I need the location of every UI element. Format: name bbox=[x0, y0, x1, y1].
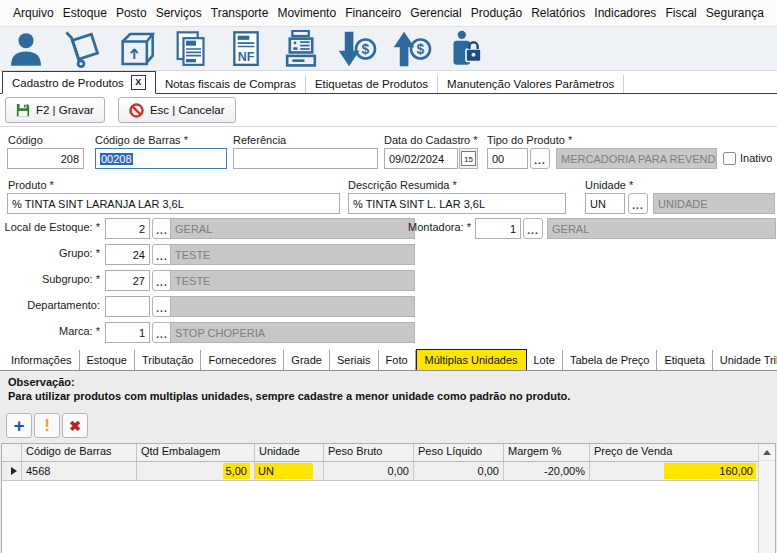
local-estoque-code-field[interactable]: 2 bbox=[105, 218, 150, 239]
menu-servicos[interactable]: Serviços bbox=[153, 4, 205, 22]
dtab-informacoes[interactable]: Informações bbox=[4, 350, 80, 370]
dtab-foto[interactable]: Foto bbox=[379, 350, 416, 370]
data-cadastro-field[interactable]: 09/02/2024 bbox=[384, 148, 458, 169]
marca-lookup-button[interactable]: ... bbox=[152, 322, 172, 343]
subgrupo-lookup-button[interactable]: ... bbox=[152, 270, 172, 291]
purchase-invoices-button[interactable] bbox=[169, 29, 213, 69]
dtab-tributacao[interactable]: Tributação bbox=[135, 350, 202, 370]
action-bar: F2 | Gravar Esc | Cancelar bbox=[0, 94, 777, 127]
marca-description: STOP CHOPERIA bbox=[175, 327, 265, 339]
montadora-lookup-button[interactable]: ... bbox=[523, 218, 543, 239]
dtab-unidade-tributavel[interactable]: Unidade Tributável bbox=[713, 350, 777, 370]
accounts-payable-button[interactable]: $ bbox=[334, 29, 378, 69]
save-button[interactable]: F2 | Gravar bbox=[5, 97, 105, 123]
dtab-grade[interactable]: Grade bbox=[284, 350, 330, 370]
user-lock-icon bbox=[446, 30, 486, 68]
col-qtd-embalagem[interactable]: Qtd Embalagem bbox=[137, 444, 255, 461]
local-estoque-description-field: GERAL bbox=[170, 218, 415, 239]
referencia-field[interactable] bbox=[233, 148, 378, 169]
local-estoque-lookup-button[interactable]: ... bbox=[152, 218, 172, 239]
cancel-button[interactable]: Esc | Cancelar bbox=[118, 97, 236, 123]
menu-financeiro[interactable]: Financeiro bbox=[342, 4, 404, 22]
detail-tab-bar: Informações Estoque Tributação Fornecedo… bbox=[0, 346, 777, 371]
preco-highlight: 160,00 bbox=[664, 463, 756, 479]
referencia-label: Referência bbox=[233, 134, 286, 146]
clients-button[interactable] bbox=[4, 29, 48, 69]
menu-bar: Arquivo Estoque Posto Serviços Transport… bbox=[0, 0, 777, 27]
tipo-produto-description-field: MERCADORIA PARA REVENDA bbox=[556, 148, 717, 169]
fiscal-note-button[interactable]: NF bbox=[224, 29, 268, 69]
codigo-barras-field[interactable]: 00208 bbox=[95, 148, 227, 169]
edit-row-button[interactable]: ! bbox=[34, 413, 60, 438]
cell-margem[interactable]: -20,00% bbox=[504, 462, 590, 480]
col-preco-de-venda[interactable]: Preço de Venda bbox=[590, 444, 760, 461]
grupo-lookup-button[interactable]: ... bbox=[152, 244, 172, 265]
menu-indicadores[interactable]: Indicadores bbox=[591, 4, 659, 22]
montadora-code-field[interactable]: 1 bbox=[475, 218, 521, 239]
cell-peso-bruto[interactable]: 0,00 bbox=[324, 462, 414, 480]
dtab-fornecedores[interactable]: Fornecedores bbox=[201, 350, 284, 370]
dtab-etiqueta[interactable]: Etiqueta bbox=[657, 350, 712, 370]
col-codigo-de-barras[interactable]: Código de Barras bbox=[22, 444, 137, 461]
grid-row[interactable]: 4568 5,00 UN 0,00 0,00 -20,00% 160,00 bbox=[2, 462, 775, 481]
menu-movimento[interactable]: Movimento bbox=[274, 4, 339, 22]
dtab-multiplas-unidades[interactable]: Múltiplas Unidades bbox=[416, 349, 527, 371]
unidade-label: Unidade * bbox=[585, 179, 633, 191]
subgrupo-code-field[interactable]: 27 bbox=[105, 270, 150, 291]
col-margem[interactable]: Margem % bbox=[504, 444, 590, 461]
close-tab-icon[interactable]: X bbox=[131, 75, 146, 90]
departamento-code-field[interactable] bbox=[105, 296, 150, 317]
scroll-up-button[interactable] bbox=[759, 444, 775, 461]
multiplas-unidades-panel: Observação: Para utilizar produtos com m… bbox=[0, 371, 777, 553]
menu-arquivo[interactable]: Arquivo bbox=[10, 4, 57, 22]
tipo-produto-code: 00 bbox=[492, 153, 504, 165]
unidade-lookup-button[interactable]: ... bbox=[628, 193, 648, 214]
tipo-produto-code-field[interactable]: 00 bbox=[487, 148, 528, 169]
observacao-text: Para utilizar produtos com multiplas uni… bbox=[8, 390, 570, 402]
menu-relatorios[interactable]: Relatórios bbox=[528, 4, 588, 22]
grupo-code-field[interactable]: 24 bbox=[105, 244, 150, 265]
marca-code-field[interactable]: 1 bbox=[105, 322, 150, 343]
calendar-button[interactable]: 15 bbox=[459, 148, 478, 169]
menu-seguranca[interactable]: Segurança bbox=[703, 4, 767, 22]
grupo-description-field: TESTE bbox=[170, 244, 415, 265]
menu-posto[interactable]: Posto bbox=[113, 4, 150, 22]
tab-cadastro-de-produtos[interactable]: Cadastro de Produtos X bbox=[2, 71, 156, 94]
menu-fiscal[interactable]: Fiscal bbox=[662, 4, 699, 22]
col-peso-bruto[interactable]: Peso Bruto bbox=[324, 444, 414, 461]
departamento-lookup-button[interactable]: ... bbox=[152, 296, 172, 317]
handtruck-icon bbox=[60, 30, 102, 68]
add-row-button[interactable]: + bbox=[6, 413, 32, 438]
cell-peso-liquido[interactable]: 0,00 bbox=[414, 462, 504, 480]
descricao-resumida-field[interactable]: % TINTA SINT L. LAR 3,6L bbox=[348, 193, 566, 214]
security-button[interactable] bbox=[444, 29, 488, 69]
delete-row-button[interactable]: ✖ bbox=[62, 413, 88, 438]
produto-field[interactable]: % TINTA SINT LARANJA LAR 3,6L bbox=[7, 193, 340, 214]
dtab-lote[interactable]: Lote bbox=[527, 350, 563, 370]
unidade-code-field[interactable]: UN bbox=[585, 193, 625, 214]
menu-gerencial[interactable]: Gerencial bbox=[407, 4, 464, 22]
dtab-estoque[interactable]: Estoque bbox=[80, 350, 135, 370]
codigo-field[interactable]: 208 bbox=[7, 148, 84, 169]
products-button[interactable] bbox=[114, 29, 158, 69]
receiving-button[interactable] bbox=[59, 29, 103, 69]
menu-estoque[interactable]: Estoque bbox=[60, 4, 110, 22]
cell-qtd-embalagem[interactable]: 5,00 bbox=[137, 462, 255, 480]
cell-preco-de-venda[interactable]: 160,00 bbox=[590, 462, 760, 480]
tipo-produto-lookup-button[interactable]: ... bbox=[530, 148, 550, 169]
inativo-checkbox[interactable] bbox=[723, 152, 736, 165]
cell-unidade[interactable]: UN bbox=[255, 462, 324, 480]
dtab-tabela-de-preco[interactable]: Tabela de Preço bbox=[563, 350, 658, 370]
menu-transporte[interactable]: Transporte bbox=[208, 4, 272, 22]
tab-etiquetas-de-produtos[interactable]: Etiquetas de Produtos bbox=[306, 75, 438, 93]
accounts-receivable-button[interactable]: $ bbox=[389, 29, 433, 69]
dtab-seriais[interactable]: Seriais bbox=[330, 350, 379, 370]
col-unidade[interactable]: Unidade bbox=[255, 444, 324, 461]
col-peso-liquido[interactable]: Peso Líquido bbox=[414, 444, 504, 461]
cash-register-button[interactable] bbox=[279, 29, 323, 69]
grid-scrollbar[interactable] bbox=[758, 444, 775, 553]
tab-notas-fiscais-de-compras[interactable]: Notas fiscais de Compras bbox=[156, 75, 306, 93]
tab-manutencao-valores-parametros[interactable]: Manutenção Valores Parâmetros bbox=[438, 75, 624, 93]
menu-producao[interactable]: Produção bbox=[468, 4, 525, 22]
cell-codigo-de-barras[interactable]: 4568 bbox=[22, 462, 137, 480]
